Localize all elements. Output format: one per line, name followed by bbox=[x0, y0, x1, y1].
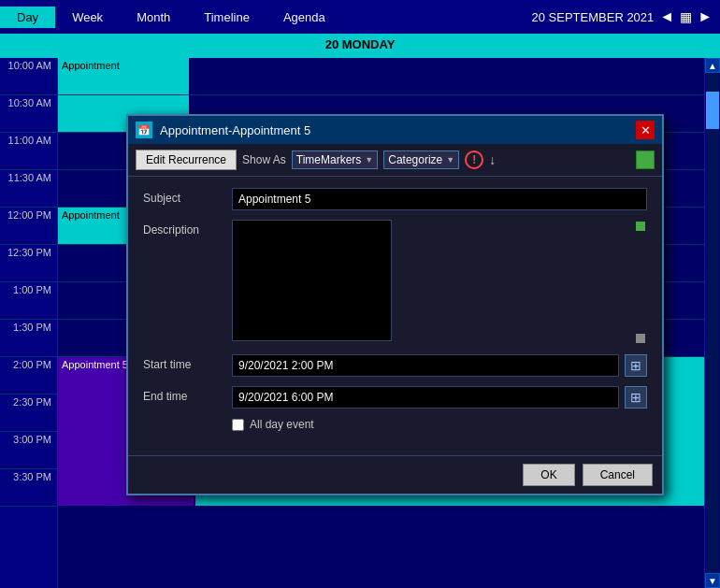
description-textarea[interactable] bbox=[232, 220, 392, 341]
next-date-button[interactable]: ► bbox=[698, 8, 713, 25]
edit-recurrence-button[interactable]: Edit Recurrence bbox=[136, 150, 237, 170]
modal-close-button[interactable]: ✕ bbox=[636, 121, 655, 139]
start-time-label: Start time bbox=[143, 354, 223, 371]
end-time-input[interactable] bbox=[232, 386, 619, 409]
appointment-modal: 📅 Appointment-Appointment 5 ✕ Edit Recur… bbox=[126, 114, 664, 495]
show-as-label: Show As bbox=[242, 153, 286, 166]
end-time-group: ⊞ bbox=[232, 386, 647, 409]
modal-body: Subject Description Start time bbox=[128, 177, 662, 455]
top-nav-bar: Day Week Month Timeline Agenda 20 SEPTEM… bbox=[0, 0, 720, 34]
calendar-day-header: 20 MONDAY bbox=[0, 34, 720, 58]
nav-date-controls: 20 SEPTEMBER 2021 ◄ ▦ ► bbox=[532, 8, 720, 25]
tab-timeline[interactable]: Timeline bbox=[187, 7, 266, 28]
categorize-arrow: ▼ bbox=[446, 155, 454, 165]
modal-footer: OK Cancel bbox=[128, 455, 662, 494]
end-time-row: End time ⊞ bbox=[143, 386, 647, 409]
tab-day[interactable]: Day bbox=[0, 7, 55, 28]
description-wrapper bbox=[232, 220, 647, 345]
cancel-button[interactable]: Cancel bbox=[583, 464, 653, 486]
time-markers-select[interactable]: TimeMarkers ▼ bbox=[292, 151, 378, 169]
status-green-box bbox=[636, 151, 655, 169]
modal-title-bar: 📅 Appointment-Appointment 5 ✕ bbox=[128, 116, 662, 144]
subject-row: Subject bbox=[143, 188, 647, 210]
modal-title: Appointment-Appointment 5 bbox=[160, 123, 628, 137]
tab-week[interactable]: Week bbox=[55, 7, 120, 28]
calendar-body: 10:00 AM 10:30 AM 11:00 AM 11:30 AM 12:0… bbox=[0, 58, 720, 588]
prev-date-button[interactable]: ◄ bbox=[659, 8, 674, 25]
desc-corner-green bbox=[636, 222, 645, 231]
alert-icon[interactable]: ! bbox=[465, 151, 483, 169]
tab-agenda[interactable]: Agenda bbox=[266, 7, 342, 28]
tab-month[interactable]: Month bbox=[120, 7, 187, 28]
all-day-checkbox[interactable] bbox=[232, 419, 244, 431]
ok-button[interactable]: OK bbox=[523, 464, 574, 486]
categorize-select[interactable]: Categorize ▼ bbox=[383, 151, 459, 169]
description-label: Description bbox=[143, 220, 223, 237]
subject-input[interactable] bbox=[232, 188, 647, 210]
subject-label: Subject bbox=[143, 188, 223, 205]
end-time-calendar-button[interactable]: ⊞ bbox=[625, 386, 647, 409]
end-time-label: End time bbox=[143, 386, 223, 403]
start-time-row: Start time ⊞ bbox=[143, 354, 647, 377]
start-time-input[interactable] bbox=[232, 354, 619, 377]
modal-calendar-icon: 📅 bbox=[136, 122, 152, 138]
desc-corner-gray bbox=[636, 334, 645, 343]
all-day-label[interactable]: All day event bbox=[250, 418, 314, 431]
start-time-group: ⊞ bbox=[232, 354, 647, 377]
current-date-display: 20 SEPTEMBER 2021 bbox=[532, 10, 655, 24]
description-row: Description bbox=[143, 220, 647, 345]
all-day-row: All day event bbox=[143, 418, 647, 431]
modal-overlay: 📅 Appointment-Appointment 5 ✕ Edit Recur… bbox=[0, 58, 720, 588]
calendar-picker-button[interactable]: ▦ bbox=[680, 9, 692, 24]
time-markers-arrow: ▼ bbox=[365, 155, 373, 165]
down-arrow-button[interactable]: ↓ bbox=[489, 152, 496, 167]
modal-toolbar: Edit Recurrence Show As TimeMarkers ▼ Ca… bbox=[128, 144, 662, 177]
start-time-calendar-button[interactable]: ⊞ bbox=[625, 354, 647, 377]
